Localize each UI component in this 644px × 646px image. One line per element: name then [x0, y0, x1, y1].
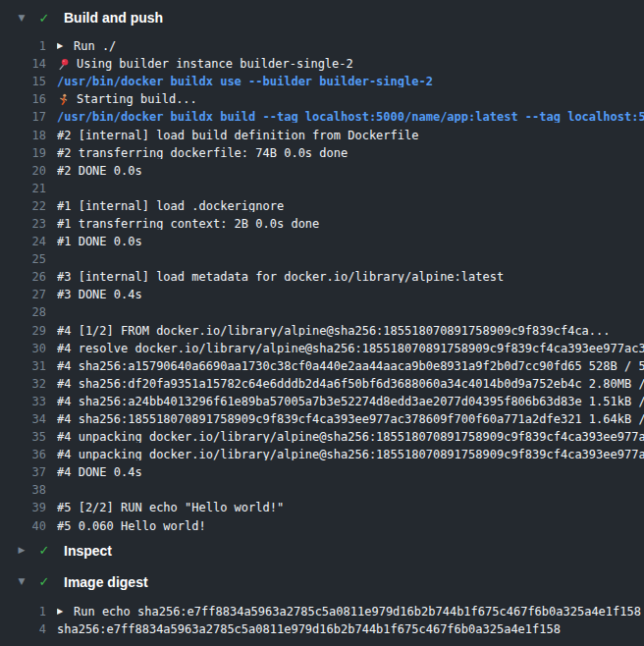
- log-line[interactable]: 1▶Run echo sha256:e7ff8834a5963a2785c5a0…: [0, 603, 644, 620]
- line-number[interactable]: 24: [0, 236, 46, 247]
- log-text: #1 [internal] load .dockerignore: [57, 200, 284, 212]
- line-number[interactable]: 36: [0, 449, 46, 460]
- line-number[interactable]: 19: [0, 147, 46, 159]
- log-line[interactable]: 21: [0, 180, 644, 197]
- log-line-content: #1 DONE 0.0s: [57, 236, 644, 247]
- log-text: #4 sha256:df20fa9351a15782c64e6dddb2d4a6…: [57, 378, 644, 390]
- line-number[interactable]: 32: [0, 378, 46, 390]
- log-line-content: #4 [1/2] FROM docker.io/library/alpine@s…: [57, 325, 644, 337]
- log-text: #2 [internal] load build definition from…: [57, 130, 418, 141]
- expand-group-icon[interactable]: ▶: [57, 608, 69, 616]
- log-block-image-digest: 1▶Run echo sha256:e7ff8834a5963a2785c5a0…: [0, 603, 644, 638]
- line-number[interactable]: 18: [0, 130, 46, 141]
- line-number[interactable]: 15: [0, 76, 46, 87]
- log-line-content: #1 [internal] load .dockerignore: [57, 200, 644, 212]
- chevron-down-icon[interactable]: ▼: [16, 14, 27, 23]
- success-check-icon: ✓: [37, 544, 51, 557]
- line-number[interactable]: 35: [0, 431, 46, 443]
- log-line-content: #5 0.060 Hello world!: [57, 520, 644, 532]
- log-line[interactable]: 26#3 [internal] load metadata for docker…: [0, 268, 644, 286]
- line-number[interactable]: 28: [0, 306, 46, 318]
- log-text: /usr/bin/docker buildx build --tag local…: [57, 111, 644, 123]
- log-line[interactable]: 40#5 0.060 Hello world!: [0, 517, 644, 535]
- log-line[interactable]: 25: [0, 250, 644, 268]
- section-header-image-digest[interactable]: ▼✓Image digest: [0, 572, 644, 592]
- line-number[interactable]: 34: [0, 413, 46, 425]
- log-text: #5 [2/2] RUN echo "Hello world!": [57, 502, 284, 513]
- line-number[interactable]: 27: [0, 289, 46, 300]
- runner-icon: [57, 93, 77, 106]
- log-line[interactable]: 37#4 DONE 0.4s: [0, 463, 644, 481]
- line-number[interactable]: 31: [0, 360, 46, 372]
- log-line[interactable]: 23#1 transferring context: 2B 0.0s done: [0, 215, 644, 233]
- log-line[interactable]: 14Using builder instance builder-single-…: [0, 55, 644, 73]
- log-line[interactable]: 36#4 unpacking docker.io/library/alpine@…: [0, 446, 644, 463]
- log-line-content: #5 [2/2] RUN echo "Hello world!": [57, 502, 644, 513]
- log-line[interactable]: 29#4 [1/2] FROM docker.io/library/alpine…: [0, 322, 644, 340]
- log-line[interactable]: 27#3 DONE 0.4s: [0, 286, 644, 303]
- line-number[interactable]: 1: [0, 606, 46, 618]
- line-number[interactable]: 4: [0, 623, 46, 635]
- section-header-inspect[interactable]: ▶✓Inspect: [0, 541, 644, 561]
- log-line-content: /usr/bin/docker buildx build --tag local…: [57, 111, 644, 123]
- line-number[interactable]: 29: [0, 325, 46, 337]
- line-number[interactable]: 1: [0, 40, 46, 52]
- log-line-content: ▶Run echo sha256:e7ff8834a5963a2785c5a08…: [57, 606, 644, 618]
- line-number[interactable]: 21: [0, 183, 46, 194]
- log-line[interactable]: 19#2 transferring dockerfile: 74B 0.0s d…: [0, 144, 644, 162]
- line-number[interactable]: 14: [0, 58, 46, 70]
- line-number[interactable]: 40: [0, 520, 46, 532]
- log-line[interactable]: 17/usr/bin/docker buildx build --tag loc…: [0, 108, 644, 126]
- log-line-content: ▶Run ./: [57, 40, 644, 52]
- chevron-down-icon[interactable]: ▼: [16, 577, 27, 586]
- log-line[interactable]: 33#4 sha256:a24bb4013296f61e89ba57005a7b…: [0, 393, 644, 410]
- line-number[interactable]: 39: [0, 502, 46, 513]
- section-title: Build and push: [64, 10, 163, 26]
- log-line[interactable]: 24#1 DONE 0.0s: [0, 233, 644, 250]
- log-line[interactable]: 38: [0, 481, 644, 499]
- log-line[interactable]: 35#4 unpacking docker.io/library/alpine@…: [0, 428, 644, 446]
- log-line[interactable]: 1▶Run ./: [0, 37, 644, 55]
- line-number[interactable]: 22: [0, 200, 46, 212]
- log-text: #4 DONE 0.4s: [57, 466, 142, 478]
- log-line[interactable]: 18#2 [internal] load build definition fr…: [0, 126, 644, 143]
- line-number[interactable]: 16: [0, 93, 46, 105]
- line-number[interactable]: 20: [0, 165, 46, 177]
- log-text: #1 DONE 0.0s: [57, 236, 142, 247]
- log-line-content: #2 transferring dockerfile: 74B 0.0s don…: [57, 147, 644, 159]
- log-line[interactable]: 28: [0, 303, 644, 321]
- log-text: #3 DONE 0.4s: [57, 289, 142, 300]
- success-check-icon: ✓: [37, 12, 51, 25]
- line-number[interactable]: 37: [0, 466, 46, 478]
- log-line[interactable]: 32#4 sha256:df20fa9351a15782c64e6dddb2d4…: [0, 375, 644, 393]
- log-text: Run ./: [74, 40, 116, 52]
- line-number[interactable]: 33: [0, 396, 46, 407]
- line-number[interactable]: 30: [0, 343, 46, 354]
- line-number[interactable]: 38: [0, 484, 46, 496]
- log-text: #3 [internal] load metadata for docker.i…: [57, 271, 504, 283]
- log-line[interactable]: 34#4 sha256:185518070891758909c9f839cf4c…: [0, 410, 644, 428]
- log-line-content: #4 unpacking docker.io/library/alpine@sh…: [57, 431, 644, 443]
- expand-group-icon[interactable]: ▶: [57, 42, 69, 50]
- log-text: Run echo sha256:e7ff8834a5963a2785c5a081…: [74, 606, 641, 618]
- section-header-build-and-push[interactable]: ▼✓Build and push: [0, 8, 644, 27]
- log-line[interactable]: 39#5 [2/2] RUN echo "Hello world!": [0, 499, 644, 516]
- chevron-right-icon[interactable]: ▶: [16, 546, 27, 555]
- line-number[interactable]: 23: [0, 218, 46, 230]
- log-line[interactable]: 4sha256:e7ff8834a5963a2785c5a0811e979d16…: [0, 620, 644, 638]
- line-number[interactable]: 17: [0, 111, 46, 123]
- section-image-digest: ▼✓Image digest1▶Run echo sha256:e7ff8834…: [0, 572, 644, 638]
- log-line[interactable]: 20#2 DONE 0.0s: [0, 162, 644, 180]
- line-number[interactable]: 25: [0, 253, 46, 265]
- log-line[interactable]: 16Starting build...: [0, 90, 644, 108]
- log-line[interactable]: 31#4 sha256:a15790640a6690aa1730c38cf0a4…: [0, 357, 644, 375]
- line-number[interactable]: 26: [0, 271, 46, 283]
- log-line-content: #2 DONE 0.0s: [57, 165, 644, 177]
- log-line-content: #3 [internal] load metadata for docker.i…: [57, 271, 644, 283]
- log-line-content: #4 sha256:185518070891758909c9f839cf4ca3…: [57, 413, 644, 425]
- log-line-content: #4 sha256:df20fa9351a15782c64e6dddb2d4a6…: [57, 378, 644, 390]
- log-line[interactable]: 30#4 resolve docker.io/library/alpine@sh…: [0, 340, 644, 357]
- log-line-content: #3 DONE 0.4s: [57, 289, 644, 300]
- log-line[interactable]: 15/usr/bin/docker buildx use --builder b…: [0, 73, 644, 90]
- log-line[interactable]: 22#1 [internal] load .dockerignore: [0, 197, 644, 215]
